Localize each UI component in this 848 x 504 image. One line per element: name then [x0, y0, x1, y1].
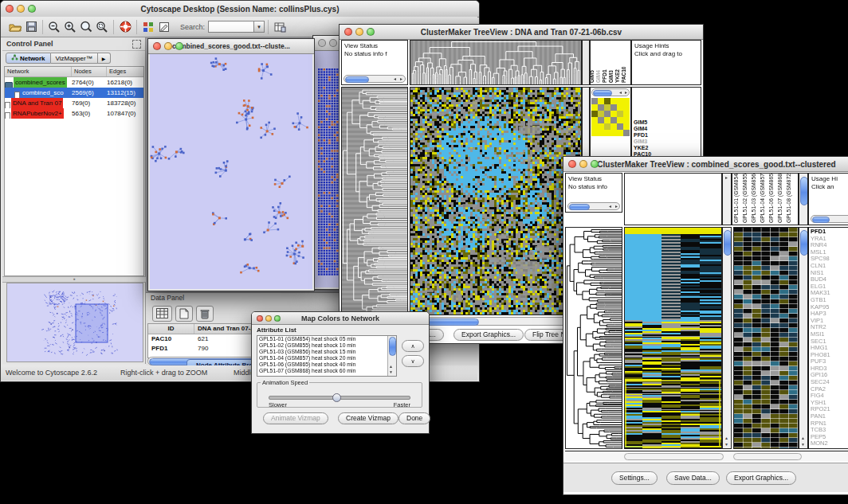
- combined-zoom-vscrollbar[interactable]: ▲ ▼: [799, 227, 808, 449]
- column-label[interactable]: GPL51-02 (GSM855): [742, 173, 748, 223]
- treeview-button[interactable]: Settings...: [611, 471, 658, 485]
- minimize-icon[interactable]: [355, 28, 363, 36]
- zoom-window-icon[interactable]: [274, 315, 281, 322]
- network1-canvas-area[interactable]: [150, 54, 312, 289]
- attribute-list-vscrollbar[interactable]: ▲ ▼: [387, 336, 396, 376]
- scroll-right-icon[interactable]: ►: [399, 76, 403, 82]
- column-label[interactable]: GPL51-03 (GSM856): [751, 173, 756, 223]
- minimize-icon[interactable]: [17, 5, 25, 13]
- network-tree-row[interactable]: combined_sco2569(6)13112(15): [5, 88, 143, 98]
- chevron-down-icon[interactable]: ▼: [254, 21, 265, 33]
- network-tree-row[interactable]: DNA and Tran 07769(0)183728(0): [5, 98, 143, 108]
- col-network[interactable]: Network: [5, 67, 72, 76]
- attribute-list-item[interactable]: GPL51-06 (GSM865) heat shock 40 min: [257, 361, 388, 368]
- column-label[interactable]: PFD1: [602, 69, 607, 83]
- attribute-list-item[interactable]: GPL51-04 (GSM857) heat shock 20 min: [257, 355, 388, 361]
- column-label[interactable]: PAC10: [621, 67, 626, 83]
- zoom-window-icon[interactable]: [591, 160, 599, 168]
- network1-canvas[interactable]: [150, 54, 312, 288]
- minimize-icon[interactable]: [329, 39, 337, 47]
- network-tree-row[interactable]: combined_scores2764(0)16218(0): [5, 77, 143, 88]
- close-icon[interactable]: [344, 28, 352, 36]
- tab-network[interactable]: Network: [6, 53, 51, 64]
- select-attributes-button[interactable]: [152, 306, 172, 322]
- combined-row-dendrogram[interactable]: [565, 227, 622, 449]
- scroll-left-icon[interactable]: ◄: [618, 90, 622, 96]
- attribute-list-item[interactable]: GPL51-01 (GSM854) heat shock 05 min: [257, 336, 388, 342]
- minimize-icon[interactable]: [265, 315, 272, 322]
- search-input[interactable]: [208, 21, 254, 33]
- dna-row-dendrogram[interactable]: [341, 87, 408, 315]
- row-label[interactable]: GIM4: [632, 126, 701, 132]
- close-icon[interactable]: [568, 160, 576, 168]
- treeview-combined-title-bar[interactable]: ClusterMaker TreeView : combined_scores_…: [563, 157, 848, 172]
- combined-column-tree-area[interactable]: [624, 173, 722, 225]
- dna-zoom-heatmap[interactable]: [591, 98, 630, 136]
- treeview-button[interactable]: Save Data...: [666, 471, 720, 485]
- zoom-in-button[interactable]: [62, 20, 78, 34]
- data-col-id[interactable]: ID: [148, 324, 194, 334]
- zoom-window-icon[interactable]: [28, 5, 36, 13]
- attribute-list-item[interactable]: GPL51-07 (GSM868) heat shock 60 min: [257, 368, 388, 374]
- close-icon[interactable]: [318, 39, 326, 47]
- annotation-button[interactable]: [156, 20, 172, 34]
- close-icon[interactable]: [257, 315, 263, 322]
- save-session-button[interactable]: [23, 20, 39, 34]
- search-combobox[interactable]: ▼: [208, 21, 265, 33]
- column-label[interactable]: GPL51-06 (GSM865): [768, 173, 774, 223]
- scroll-left-icon[interactable]: ◄: [608, 204, 612, 209]
- column-label[interactable]: GIM3: [608, 70, 614, 83]
- dialog-title-bar[interactable]: Map Colors to Network: [252, 312, 429, 325]
- dna-heatmap[interactable]: [410, 87, 582, 315]
- animate-vizmap-button[interactable]: Animate Vizmap: [263, 412, 328, 424]
- column-label[interactable]: GIM4: [595, 70, 601, 83]
- view-status-scrollbar[interactable]: ◄ ►: [344, 75, 406, 83]
- network-overview-canvas[interactable]: [7, 283, 141, 360]
- panel-splitter[interactable]: ●: [2, 276, 146, 283]
- scroll-up-icon[interactable]: ▲: [801, 436, 805, 441]
- tab-vizmapper[interactable]: VizMapper™: [51, 53, 98, 64]
- row-label[interactable]: PFD1: [632, 132, 701, 139]
- open-file-button[interactable]: [7, 20, 23, 34]
- dna-zoom-hscrollbar[interactable]: ◄ ►: [591, 88, 630, 96]
- combined-bottom-scroll-strip[interactable]: [565, 451, 848, 461]
- column-label[interactable]: YKE2: [614, 69, 620, 83]
- column-label[interactable]: GPL51-04 (GSM857): [760, 173, 765, 223]
- speed-slider-thumb[interactable]: [332, 393, 341, 402]
- scroll-down-icon[interactable]: ▼: [724, 442, 728, 447]
- row-label[interactable]: YKE2: [632, 145, 701, 151]
- move-up-button[interactable]: ∧: [402, 340, 424, 352]
- scroll-right-icon[interactable]: ►: [624, 90, 628, 96]
- speed-slider-track[interactable]: [269, 396, 410, 400]
- row-label[interactable]: GIM5: [632, 119, 701, 126]
- zoom-fit-button[interactable]: [94, 20, 110, 34]
- attribute-list-item[interactable]: GPL51-03 (GSM856) heat shock 15 min: [257, 349, 388, 355]
- window-controls[interactable]: [6, 5, 36, 13]
- zoom-selected-button[interactable]: [78, 20, 94, 34]
- zoom-window-icon[interactable]: [367, 28, 375, 36]
- scroll-up-icon[interactable]: ▲: [389, 364, 393, 369]
- scroll-left-icon[interactable]: ◄: [393, 76, 397, 82]
- col-edges[interactable]: Edges: [107, 67, 143, 76]
- zoom-out-button[interactable]: [46, 20, 62, 34]
- network-table-header[interactable]: Network Nodes Edges: [5, 67, 143, 77]
- combined-global-vscrollbar[interactable]: ▲ ▼: [722, 227, 732, 449]
- scroll-down-icon[interactable]: ▼: [801, 442, 805, 447]
- attribute-list-item[interactable]: GPL51-02 (GSM855) heat shock 10 min: [257, 342, 388, 349]
- col-nodes[interactable]: Nodes: [72, 67, 107, 76]
- new-attribute-button[interactable]: [175, 306, 193, 322]
- table-import-button[interactable]: [272, 20, 288, 34]
- help-icon[interactable]: [117, 20, 133, 34]
- treeview-button[interactable]: Export Graphics...: [453, 329, 524, 341]
- column-label[interactable]: GPL51-08 (GSM872): [786, 173, 791, 223]
- minimize-icon[interactable]: [164, 42, 172, 50]
- network1-title-bar[interactable]: combined_scores_good.txt--cluste...: [148, 39, 314, 54]
- treeview-dna-title-bar[interactable]: ClusterMaker TreeView : DNA and Tran 07-…: [340, 25, 703, 40]
- dna-top-scroll-gutter[interactable]: [582, 40, 590, 85]
- move-down-button[interactable]: ∨: [402, 355, 424, 367]
- column-label[interactable]: GPL51-01 (GSM854): [733, 173, 739, 223]
- combined-zoom-heatmap[interactable]: [733, 227, 799, 449]
- attribute-list[interactable]: GPL51-01 (GSM854) heat shock 05 minGPL51…: [257, 335, 397, 377]
- done-button[interactable]: Done: [398, 412, 430, 424]
- scroll-down-icon[interactable]: ▼: [389, 369, 393, 375]
